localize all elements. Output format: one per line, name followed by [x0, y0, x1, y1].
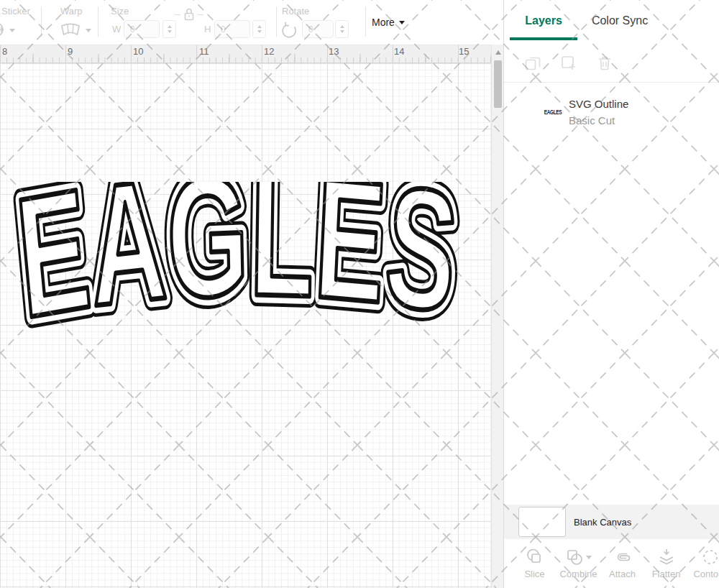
- slice-button[interactable]: Slice: [513, 539, 557, 588]
- sticker-section-label: Sticker: [1, 6, 30, 17]
- layer-thumbnail: EAGLES: [541, 106, 564, 119]
- toolbar-divider: [365, 6, 366, 37]
- layer-text: SVG Outline Basic Cut: [569, 96, 628, 129]
- size-lock[interactable]: [175, 6, 203, 24]
- ruler-number: 15: [459, 46, 469, 57]
- layer-subtitle: Basic Cut: [569, 112, 628, 129]
- rotate-icon[interactable]: [281, 22, 298, 38]
- sticker-icon[interactable]: [0, 22, 9, 37]
- blank-canvas-swatch[interactable]: [518, 507, 566, 537]
- height-input[interactable]: [214, 20, 250, 38]
- more-caret-icon: [399, 21, 405, 24]
- combine-button[interactable]: Combine: [557, 539, 600, 588]
- flatten-label: Flatten: [652, 569, 681, 579]
- rotate-input[interactable]: [302, 20, 334, 38]
- panel-tabs: Layers Color Sync: [504, 0, 719, 40]
- slice-label: Slice: [524, 569, 544, 579]
- warp-dropdown-caret-icon[interactable]: [86, 29, 91, 32]
- top-toolbar: Sticker Warp Size W H: [0, 0, 503, 45]
- slice-icon: [526, 548, 544, 566]
- height-label: H: [204, 24, 211, 35]
- lock-icon: [183, 6, 196, 22]
- ruler-number: 11: [199, 46, 209, 57]
- layer-row-svg-outline[interactable]: EAGLES SVG Outline Basic Cut: [504, 83, 719, 142]
- layer-title: SVG Outline: [569, 96, 628, 112]
- combine-caret-icon: [586, 556, 592, 559]
- duplicate-layer-icon[interactable]: [560, 55, 577, 72]
- contour-label: Contour: [693, 569, 719, 579]
- svg-text:EAGLES: EAGLES: [13, 182, 464, 344]
- width-label: W: [112, 24, 121, 35]
- group-layers-icon[interactable]: [524, 55, 541, 72]
- warp-icon[interactable]: [60, 22, 81, 37]
- contour-icon: [701, 548, 719, 566]
- app-window: Sticker Warp Size W H: [0, 0, 719, 588]
- flatten-button[interactable]: Flatten: [644, 539, 688, 588]
- horizontal-ruler: 8 9 10 11 12 13 14 15: [0, 45, 491, 63]
- ruler-number: 8: [2, 46, 7, 57]
- ruler-number: 13: [329, 46, 339, 57]
- layers-panel: Layers Color Sync EAGLES: [503, 0, 719, 588]
- toolbar-divider: [98, 6, 99, 37]
- combine-icon: [565, 548, 584, 566]
- delete-layer-icon[interactable]: [596, 55, 613, 72]
- combine-label: Combine: [559, 569, 597, 579]
- ruler-number: 12: [264, 46, 274, 57]
- scrollbar-thumb[interactable]: [494, 60, 502, 108]
- more-button[interactable]: More: [372, 17, 405, 28]
- sticker-dropdown-caret-icon[interactable]: [9, 29, 15, 32]
- lock-connector-line: [198, 14, 203, 15]
- flatten-icon: [657, 548, 676, 566]
- toolbar-divider: [41, 6, 42, 37]
- tab-color-sync[interactable]: Color Sync: [577, 14, 662, 40]
- tab-layers[interactable]: Layers: [510, 14, 577, 40]
- more-label: More: [372, 17, 395, 28]
- attach-icon: [613, 548, 632, 566]
- size-section-label: Size: [111, 6, 129, 17]
- ruler-number: 14: [394, 46, 404, 57]
- rotate-section-label: Rotate: [282, 6, 309, 17]
- lock-connector-line: [175, 14, 180, 15]
- warp-section-label: Warp: [60, 6, 83, 17]
- ruler-number: 9: [68, 46, 73, 57]
- eagles-artwork[interactable]: EAGLES EAGLES EAGLES: [13, 182, 473, 344]
- attach-label: Attach: [609, 569, 636, 579]
- design-canvas[interactable]: EAGLES EAGLES EAGLES: [0, 63, 491, 588]
- width-input[interactable]: [124, 20, 160, 38]
- height-stepper[interactable]: [252, 20, 266, 38]
- ruler-number: 10: [133, 46, 143, 57]
- scroll-up-arrow-icon[interactable]: [492, 47, 504, 58]
- layer-actions-bar: Slice Combine Attach: [504, 539, 719, 588]
- canvas-vertical-scrollbar[interactable]: [491, 45, 503, 588]
- attach-button[interactable]: Attach: [600, 539, 644, 588]
- layer-tools-row: [504, 40, 719, 82]
- rotate-stepper[interactable]: [335, 20, 349, 38]
- blank-canvas-label: Blank Canvas: [574, 517, 631, 528]
- blank-canvas-row[interactable]: Blank Canvas: [504, 505, 719, 539]
- layer-thumbnail-text: EAGLES: [544, 109, 562, 116]
- toolbar-divider: [276, 6, 277, 37]
- artwork-letters: EAGLES: [13, 182, 464, 344]
- contour-button[interactable]: Contour: [688, 539, 719, 588]
